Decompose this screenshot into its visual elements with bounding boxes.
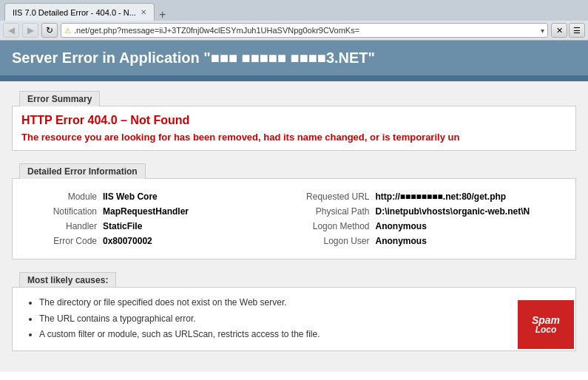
list-item: A custom filter or module, such as URLSc… (39, 327, 567, 343)
detail-label: Handler (21, 221, 103, 231)
detail-row: Logon UserAnonymous (294, 234, 567, 248)
detail-value: MapRequestHandler (103, 206, 189, 217)
detail-col-right: Requested URLhttp://■■■■■■■■.net:80/get.… (294, 186, 567, 251)
detailed-error-content: ModuleIIS Web CoreNotificationMapRequest… (13, 179, 575, 259)
detail-row: Physical PathD:\inetpub\vhosts\organic-w… (294, 204, 567, 219)
watermark-line2: Loco (535, 325, 557, 334)
address-dropdown-icon[interactable]: ▾ (541, 27, 544, 35)
detail-value: Anonymous (376, 221, 427, 231)
detail-label: Physical Path (294, 206, 376, 217)
main-content: Error Summary HTTP Error 404.0 – Not Fou… (0, 81, 588, 372)
stop-button[interactable]: ✕ (551, 23, 567, 38)
sub-header-stripe (0, 75, 588, 81)
detail-value: Anonymous (376, 236, 427, 246)
error-summary-section: Error Summary HTTP Error 404.0 – Not Fou… (12, 90, 576, 151)
nav-extra-buttons: ✕ ☰ (551, 23, 585, 38)
tab-bar: IIS 7.0 Detailed Error - 404.0 - N... ✕ … (0, 0, 588, 21)
error-summary-content: HTTP Error 404.0 – Not Found The resourc… (13, 106, 575, 150)
causes-box: The directory or file specified does not… (12, 287, 576, 351)
detailed-error-section: Detailed Error Information ModuleIIS Web… (12, 163, 576, 259)
menu-button[interactable]: ☰ (569, 23, 585, 38)
list-item: The directory or file specified does not… (39, 295, 567, 311)
tab-close-icon[interactable]: ✕ (141, 8, 146, 16)
error-summary-tab: Error Summary (19, 91, 100, 106)
navigation-bar: ◀ ▶ ↻ ⚠ .net/get.php?message=iiJ+3TZ0fnj… (0, 21, 588, 40)
detail-value: D:\inetpub\vhosts\organic-web.net\N (376, 206, 530, 217)
detail-value: http://■■■■■■■■.net:80/get.php (376, 191, 507, 202)
error-title: HTTP Error 404.0 – Not Found (21, 114, 567, 127)
detail-row: HandlerStaticFile (21, 219, 294, 234)
causes-section: Most likely causes: The directory or fil… (12, 271, 576, 351)
watermark-line1: Spam (532, 315, 560, 325)
new-tab-button[interactable]: + (155, 9, 170, 21)
detail-grid: ModuleIIS Web CoreNotificationMapRequest… (21, 186, 567, 251)
address-bar[interactable]: ⚠ .net/get.php?message=iiJ+3TZ0fnj0w4clE… (61, 23, 548, 38)
forward-button[interactable]: ▶ (22, 23, 38, 38)
address-text: .net/get.php?message=iiJ+3TZ0fnj0w4clESY… (74, 26, 538, 35)
server-error-header: Server Error in Application "■■■ ■■■■■ ■… (0, 41, 588, 75)
detail-label: Logon Method (294, 221, 376, 231)
detail-row: Requested URLhttp://■■■■■■■■.net:80/get.… (294, 189, 567, 204)
causes-list: The directory or file specified does not… (21, 295, 567, 343)
detail-value: IIS Web Core (103, 191, 158, 202)
detail-row: Logon MethodAnonymous (294, 219, 567, 234)
error-summary-box: HTTP Error 404.0 – Not Found The resourc… (12, 106, 576, 151)
detail-row: Error Code0x80070002 (21, 234, 294, 248)
detail-label: Requested URL (294, 191, 376, 202)
detail-row: NotificationMapRequestHandler (21, 204, 294, 219)
causes-content: The directory or file specified does not… (13, 288, 575, 350)
back-button[interactable]: ◀ (3, 23, 19, 38)
active-tab[interactable]: IIS 7.0 Detailed Error - 404.0 - N... ✕ (4, 3, 155, 21)
causes-tab: Most likely causes: (19, 272, 116, 288)
detail-value: 0x80070002 (103, 236, 152, 246)
detail-value: StaticFile (103, 221, 142, 231)
detail-row: ModuleIIS Web Core (21, 189, 294, 204)
security-icon: ⚠ (64, 27, 71, 35)
list-item: The URL contains a typographical error. (39, 311, 567, 328)
spam-loco-watermark: Spam Loco (516, 299, 575, 350)
detail-label: Module (21, 191, 103, 202)
tab-title: IIS 7.0 Detailed Error - 404.0 - N... (13, 8, 136, 17)
detail-label: Logon User (294, 236, 376, 246)
error-description: The resource you are looking for has bee… (21, 132, 567, 143)
page-title: Server Error in Application "■■■ ■■■■■ ■… (12, 50, 576, 67)
detailed-error-tab: Detailed Error Information (19, 163, 146, 179)
detailed-error-box: ModuleIIS Web CoreNotificationMapRequest… (12, 178, 576, 259)
detail-col-left: ModuleIIS Web CoreNotificationMapRequest… (21, 186, 294, 251)
refresh-button[interactable]: ↻ (41, 23, 58, 38)
detail-label: Notification (21, 206, 103, 217)
detail-label: Error Code (21, 236, 103, 246)
